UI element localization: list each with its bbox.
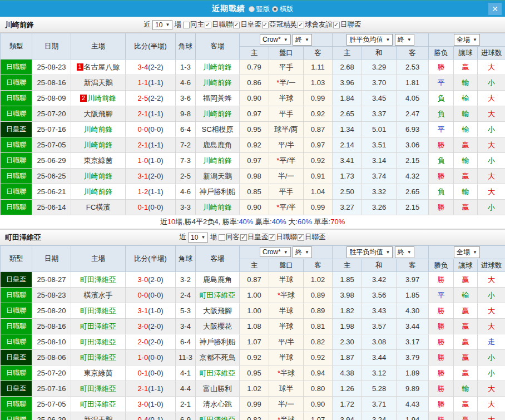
league-type-badge: 日職聯 (1, 60, 32, 75)
away-odds: 0.89 (304, 288, 333, 303)
layout-radio-橫版[interactable]: 橫版 (272, 4, 293, 14)
sub-header-wdl: 勝负 (429, 47, 454, 60)
score: 0-1(0-0) (126, 365, 176, 381)
result-handicap: 赢 (454, 169, 478, 184)
handicap: 球半 (269, 381, 304, 397)
match-row: 日職聯25-08-231名古屋八鯨3-4(2-2)1-3川崎前鋒0.79平手1.… (1, 60, 505, 75)
avg-home-odds: 1.73 (333, 169, 362, 184)
radio-icon[interactable] (249, 6, 255, 12)
score: 2-1(1-1) (126, 137, 176, 153)
avg-draw-odds: 3.57 (362, 319, 397, 334)
checkbox-icon[interactable] (262, 22, 269, 28)
corners: 2-5 (176, 169, 196, 184)
filter-checkbox[interactable]: 日皇盃 (233, 20, 261, 29)
home-odds: 1.07 (240, 334, 269, 350)
odds-time-select[interactable]: 終▼ (293, 246, 312, 258)
filter-checkbox[interactable]: 球會友誼 (298, 20, 333, 29)
near-label: 近 (144, 20, 151, 29)
away-odds: 0.92 (304, 153, 333, 169)
sub-header-avg-home: 主 (333, 47, 362, 60)
col-header-type: 類型 (1, 33, 32, 60)
match-date: 25-08-20 (32, 303, 71, 319)
odds-time-select[interactable]: 終▼ (293, 34, 312, 46)
sub-header-wdl: 勝负 (429, 259, 454, 272)
close-icon[interactable]: ✕ (488, 3, 502, 15)
score: 3-0(2-0) (126, 272, 176, 288)
checkbox-icon[interactable] (269, 234, 275, 241)
result-goals: 小 (478, 122, 505, 137)
handicap: 平手 (269, 184, 304, 200)
games-count-select[interactable]: 10▼ (152, 20, 172, 30)
avg-draw-odds: 3.45 (362, 91, 397, 106)
avg-odds-select[interactable]: 胜平负均值▼ (346, 34, 393, 46)
match-date: 25-06-25 (32, 169, 71, 184)
match-row: 日皇盃25-07-16町田澤維亞2-1(1-1)4-4富山勝利1.02球半0.8… (1, 381, 505, 397)
match-date: 25-08-09 (32, 91, 71, 106)
checkbox-icon[interactable] (298, 234, 304, 241)
result-goals: 大 (478, 303, 505, 319)
filter-checkbox[interactable]: 同客 (219, 233, 240, 242)
avg-time-select[interactable]: 終▼ (395, 246, 414, 258)
avg-away-odds: 4.05 (397, 91, 429, 106)
away-odds: 0.87 (304, 122, 333, 137)
filter-checkbox[interactable]: 日職聯 (269, 233, 297, 242)
result-goals: 大 (478, 381, 505, 397)
fulltime-select[interactable]: 全場▼ (454, 246, 480, 258)
filter-checkbox[interactable]: 日職聯 (205, 20, 233, 29)
checkbox-icon[interactable] (183, 22, 190, 28)
home-team: 新潟天鵝 (71, 75, 126, 91)
avg-time-select[interactable]: 終▼ (395, 34, 414, 46)
avg-odds-select[interactable]: 胜平负均值▼ (346, 246, 393, 258)
fulltime-group-header: 全場▼ (429, 33, 505, 47)
match-date: 25-08-10 (32, 334, 71, 350)
sub-header-goals: 进球数 (478, 259, 505, 272)
fulltime-select[interactable]: 全場▼ (454, 34, 480, 46)
score: 1-1(1-1) (126, 75, 176, 91)
result-handicap: 赢 (454, 319, 478, 334)
result-goals: 小 (478, 153, 505, 169)
corners: 4-1 (176, 365, 196, 381)
away-odds: 0.99 (304, 91, 333, 106)
checkbox-icon[interactable] (205, 22, 211, 28)
checkbox-icon[interactable] (333, 22, 340, 28)
layout-radio-豎版[interactable]: 豎版 (249, 4, 270, 14)
home-odds: 0.92 (240, 137, 269, 153)
match-row: 日職聯25-08-20町田澤維亞3-1(1-0)5-3大阪飛腳1.00半球0.8… (1, 303, 505, 319)
away-team: 鹿島鹿角 (196, 137, 240, 153)
filter-checkbox[interactable]: 亞冠精英 (262, 20, 297, 29)
league-filter-checkboxes: 同客日皇盃日職聯日聯盃 (219, 233, 326, 242)
match-date: 25-08-23 (32, 288, 71, 303)
bookmaker-select[interactable]: Crow*▼ (260, 34, 291, 45)
result-goals: 大 (478, 272, 505, 288)
home-team: 東京綠茵 (71, 153, 126, 169)
checkbox-icon[interactable] (298, 22, 304, 28)
result-wdl: 負 (429, 153, 454, 169)
match-row: 日職聯25-06-14FC橫濱0-1(0-0)3-3川崎前鋒0.90*平/半0.… (1, 200, 505, 215)
games-count-select[interactable]: 10▼ (188, 233, 208, 243)
rank-badge: 2 (80, 95, 87, 102)
result-wdl: 勝 (429, 334, 454, 350)
checkbox-icon[interactable] (219, 234, 225, 241)
result-goals: 走 (478, 334, 505, 350)
result-goals: 大 (478, 169, 505, 184)
handicap: *半球 (269, 412, 304, 420)
filter-checkbox[interactable]: 日聯盃 (298, 233, 326, 242)
away-team: 大阪櫻花 (196, 319, 240, 334)
result-wdl: 勝 (429, 350, 454, 365)
league-type-badge: 日職聯 (1, 153, 32, 169)
away-team: 町田澤維亞 (196, 412, 240, 420)
radio-icon[interactable] (272, 6, 278, 12)
filter-checkbox[interactable]: 日聯盃 (333, 20, 362, 29)
bookmaker-select[interactable]: Crow*▼ (260, 247, 291, 257)
checkbox-icon[interactable] (240, 234, 247, 241)
checkbox-icon[interactable] (233, 22, 240, 28)
away-odds: 1.11 (304, 60, 333, 75)
away-odds: 0.89 (304, 303, 333, 319)
filter-controls: 近 10▼ 場 同客日皇盃日職聯日聯盃 (180, 233, 326, 243)
avg-group-header: 胜平负均值▼ 終▼ (333, 33, 429, 47)
filter-checkbox[interactable]: 日皇盃 (240, 233, 269, 242)
filter-checkbox[interactable]: 同主 (183, 20, 204, 29)
home-team: 新潟天鵝 (71, 412, 126, 420)
result-handicap: 赢 (454, 412, 478, 420)
avg-away-odds: 1.89 (397, 365, 429, 381)
